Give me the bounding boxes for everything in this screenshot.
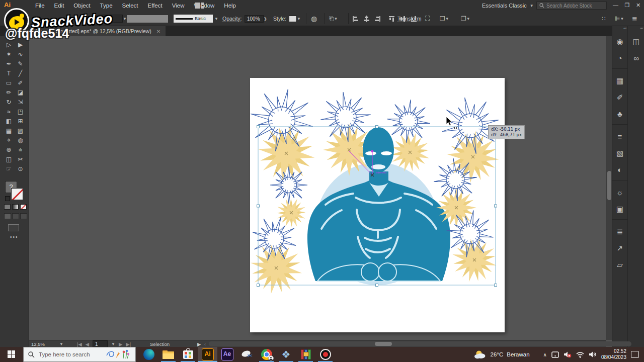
eyedropper-tool-icon[interactable]: ✧ [3, 136, 15, 145]
gradient-tool-icon[interactable]: ▨ [15, 126, 26, 136]
zoom-tool-icon[interactable]: ⊙ [15, 164, 26, 174]
minimize-button[interactable]: — [610, 0, 621, 10]
selection-handle[interactable] [376, 126, 378, 128]
grid-options-icon[interactable]: ∷ [602, 11, 606, 26]
selection-handle[interactable] [257, 284, 260, 287]
artboard[interactable]: intersect [250, 78, 505, 332]
pen-tool-icon[interactable]: ✒ [3, 59, 15, 69]
fill-stroke-control[interactable]: ? [5, 181, 24, 201]
rotate-tool-icon[interactable]: ↻ [3, 98, 15, 107]
shape-mode-icon[interactable]: ❒ ▼ [440, 11, 449, 26]
taskbar-search[interactable]: Type here to search [23, 347, 136, 362]
stroke-panel-icon[interactable]: ≡ [612, 128, 627, 145]
close-button[interactable]: ✕ [632, 0, 644, 10]
blend-tool-icon[interactable]: ◍ [15, 136, 26, 145]
tab-collapse-icon[interactable]: «« [7, 28, 11, 34]
vertical-scrollbar[interactable] [606, 36, 612, 340]
draw-behind-button[interactable] [12, 213, 19, 219]
artboard-chevron[interactable]: ▼ [111, 342, 115, 346]
horizontal-scrollbar[interactable] [209, 341, 631, 346]
shaper-tool-icon[interactable]: ✏ [3, 88, 15, 98]
tab-close-icon[interactable]: ✕ [156, 29, 160, 34]
eraser-tool-icon[interactable]: ◪ [15, 88, 26, 98]
transparency-panel-icon[interactable]: ◐ [612, 161, 627, 178]
export-panel-icon[interactable]: ↗ [612, 240, 627, 256]
paintbrush-tool-icon[interactable]: ✐ [15, 78, 26, 88]
artboard-tool-icon[interactable]: ◫ [3, 155, 15, 164]
style-swatch[interactable]: ▼ [289, 11, 301, 26]
opacity-label[interactable]: Opacity: [222, 11, 242, 26]
transform-link[interactable]: Transform [397, 11, 421, 26]
align-left-icon[interactable] [352, 16, 359, 22]
status-expand-arrow[interactable]: ▶ [197, 340, 201, 347]
shape-builder-tool-icon[interactable]: ◧ [3, 117, 15, 126]
selection-handle[interactable] [495, 284, 497, 287]
menu-file[interactable]: File [35, 3, 45, 9]
stroke-swatch[interactable] [11, 188, 23, 200]
yellow-star[interactable] [452, 238, 496, 282]
perspective-grid-tool-icon[interactable]: ⊞ [15, 117, 26, 126]
rectangle-tool-icon[interactable]: ▭ [3, 78, 15, 88]
mesh-tool-icon[interactable]: ▦ [3, 126, 15, 136]
taskbar-app-ppsspp[interactable]: ❖ [276, 347, 296, 362]
stroke-style-widget[interactable]: Basic [174, 15, 213, 23]
line-tool-icon[interactable]: ╱ [15, 69, 26, 78]
none-fill-button[interactable] [20, 204, 27, 210]
color-panel-icon[interactable]: ◉ [612, 33, 627, 50]
align-right-icon[interactable] [374, 16, 381, 22]
panel-options-icon[interactable]: ⊫ ▼ [615, 11, 624, 26]
selection-handle[interactable] [376, 284, 378, 287]
column-graph-tool-icon[interactable]: ılı [15, 145, 26, 155]
libraries-panel-icon[interactable]: ◫ [628, 33, 644, 50]
workspace-switcher[interactable]: Essentials Classic ▼ [482, 0, 534, 11]
vertical-scroll-thumb[interactable] [607, 171, 611, 200]
document-tab[interactable]: fitness [Converted].eps* @ 12,5% (RGB/Pr… [30, 26, 166, 36]
slice-tool-icon[interactable]: ✂ [15, 155, 26, 164]
document-setup-globe-icon[interactable]: ◍ [311, 11, 317, 26]
weather-widget[interactable]: 26°C Berawan [474, 349, 530, 359]
dock-collapse-icon[interactable]: «« [612, 26, 627, 33]
menu-view[interactable]: View [172, 3, 185, 9]
width-tool-icon[interactable]: ≈ [3, 107, 15, 117]
adobe-stock-search[interactable]: Search Adobe Stock [536, 2, 607, 10]
taskbar-app-chrome[interactable] [257, 347, 276, 362]
magic-wand-tool-icon[interactable]: ✶ [3, 50, 15, 59]
stroke-style-chevron[interactable]: ▼ [214, 11, 218, 26]
clock[interactable]: 02.52 08/04/2023 [601, 348, 626, 360]
gradient-panel-icon[interactable]: ▧ [612, 145, 627, 161]
canvas[interactable]: intersect dX: -50,11 px dY: -468,71 px [29, 36, 606, 340]
free-transform-icon[interactable]: ⛶ [425, 11, 430, 26]
restore-button[interactable]: ❐ [621, 0, 633, 10]
align-top-icon[interactable] [388, 16, 395, 22]
creative-cloud-panel-icon[interactable]: ∞ [628, 50, 644, 66]
lasso-tool-icon[interactable]: ∿ [15, 50, 26, 59]
last-artboard-button[interactable]: ▶| [126, 341, 131, 347]
screen-mode-button[interactable] [8, 224, 19, 231]
align-hcenter-icon[interactable] [363, 16, 370, 22]
edit-toolbar-icon[interactable]: ••• [10, 234, 19, 240]
type-tool-icon[interactable]: T [3, 69, 15, 78]
scale-tool-icon[interactable]: ⇲ [15, 98, 26, 107]
menu-select[interactable]: Select [122, 3, 138, 9]
selection-tool-icon[interactable]: ▶ [15, 40, 26, 50]
layers-panel-icon[interactable]: ≣ [612, 223, 627, 240]
display-tray-icon[interactable] [551, 351, 559, 358]
symbol-sprayer-tool-icon[interactable]: ⊛ [3, 145, 15, 155]
menu-object[interactable]: Object [73, 3, 90, 9]
artboards-panel-icon[interactable]: ▱ [612, 256, 627, 273]
first-artboard-button[interactable]: |◀ [77, 341, 82, 347]
menu-help[interactable]: Help [224, 3, 236, 9]
taskbar-app-winrar[interactable] [296, 347, 315, 362]
hidden-dropdown[interactable]: ▼ [99, 11, 127, 26]
next-artboard-button[interactable]: ▶ [119, 341, 122, 347]
artboard-options-icon[interactable]: ⎗ ▼ [329, 11, 338, 26]
menu-type[interactable]: Type [100, 3, 113, 9]
selection-handle[interactable] [257, 126, 260, 128]
hand-tool-icon[interactable]: ☞ [3, 164, 15, 174]
taskbar-app-illustrator[interactable]: Ai [198, 347, 217, 362]
draw-normal-button[interactable] [4, 213, 11, 219]
symbols-panel-icon[interactable]: ♣ [612, 106, 627, 122]
brushes-panel-icon[interactable]: ✐ [612, 89, 627, 106]
horizontal-scroll-thumb[interactable] [375, 342, 392, 346]
outline-star[interactable] [270, 166, 307, 204]
